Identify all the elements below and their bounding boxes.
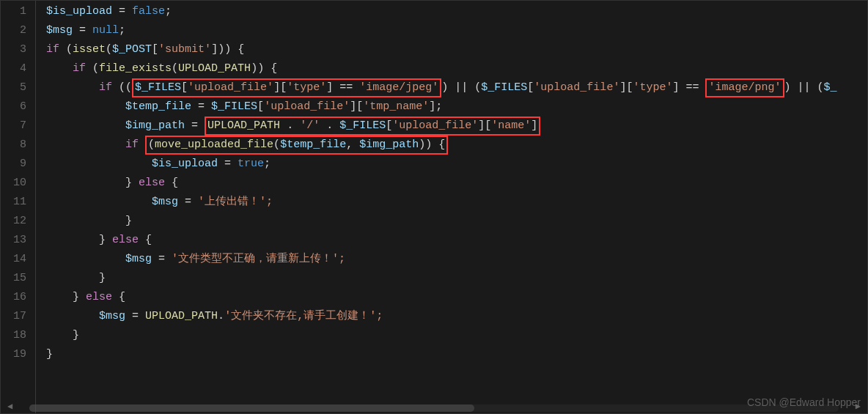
code-line: $msg = null; bbox=[46, 21, 837, 40]
string: '文件夹不存在,请手工创建！'; bbox=[224, 310, 383, 322]
brace-close: } bbox=[46, 348, 53, 361]
string: 'upload_file' bbox=[534, 81, 619, 94]
keyword-else: else bbox=[139, 177, 165, 189]
scrollbar-thumb[interactable] bbox=[29, 404, 474, 412]
code-line: $msg = '上传出错！'; bbox=[46, 193, 837, 212]
bracket: ]; bbox=[429, 100, 442, 113]
line-number: 16 bbox=[7, 288, 26, 307]
paren: ( bbox=[66, 43, 73, 56]
line-number: 14 bbox=[7, 250, 26, 269]
brace-close: } bbox=[73, 291, 79, 303]
code-line: } bbox=[46, 269, 837, 288]
keyword-if: if bbox=[125, 138, 139, 151]
line-number: 6 bbox=[7, 97, 26, 117]
operator-assign: = bbox=[158, 253, 165, 265]
operator-assign: = bbox=[119, 5, 125, 18]
paren: ( bbox=[172, 62, 178, 75]
semicolon: ; bbox=[264, 158, 271, 170]
horizontal-scrollbar[interactable] bbox=[29, 404, 839, 412]
bracket: [ bbox=[386, 119, 392, 132]
concat: . bbox=[287, 119, 293, 132]
brace-close: } bbox=[125, 215, 132, 227]
code-line: } else { bbox=[46, 231, 837, 250]
line-number: 12 bbox=[7, 212, 26, 231]
bracket: [ bbox=[527, 81, 534, 94]
code-line: } bbox=[46, 345, 837, 364]
scroll-left-icon[interactable]: ◀ bbox=[7, 401, 12, 412]
operator-assign: = bbox=[132, 310, 139, 322]
highlight-box: (move_uploaded_file($temp_file, $img_pat… bbox=[145, 136, 448, 155]
line-number: 17 bbox=[7, 307, 26, 326]
string: 'upload_file' bbox=[264, 100, 350, 113]
bracket: [ bbox=[181, 81, 188, 94]
paren: ) bbox=[441, 81, 448, 94]
constant: UPLOAD_PATH bbox=[145, 310, 218, 322]
bracket: ][ bbox=[619, 81, 633, 94]
variable: $_FILES bbox=[211, 100, 257, 113]
code-body[interactable]: $is_upload = false; $msg = null; if (iss… bbox=[36, 1, 837, 413]
null-literal: null bbox=[92, 24, 119, 37]
function-move-uploaded-file: move_uploaded_file bbox=[155, 138, 273, 151]
brace-close: } bbox=[73, 329, 79, 341]
concat: . bbox=[218, 310, 224, 322]
operator-or: || bbox=[798, 81, 811, 94]
code-line: if (($_FILES['upload_file']['type'] == '… bbox=[46, 78, 837, 97]
keyword-if: if bbox=[73, 62, 86, 75]
paren: ) bbox=[784, 81, 791, 94]
line-number: 18 bbox=[7, 326, 26, 345]
line-number: 3 bbox=[7, 40, 26, 59]
watermark-text: CSDN @Edward Hopper bbox=[747, 396, 861, 408]
bracket: ])) bbox=[211, 43, 231, 56]
bracket: [ bbox=[152, 43, 158, 56]
code-line: } else { bbox=[46, 174, 837, 193]
bracket: ] bbox=[326, 81, 333, 94]
code-line: $msg = '文件类型不正确，请重新上传！'; bbox=[46, 250, 837, 269]
operator-assign: = bbox=[224, 158, 231, 170]
code-line: if (move_uploaded_file($temp_file, $img_… bbox=[46, 136, 837, 155]
variable: $temp_file bbox=[125, 100, 191, 113]
string: 'submit' bbox=[158, 43, 211, 56]
code-line: } else { bbox=[46, 288, 837, 307]
string: 'name' bbox=[491, 119, 531, 132]
brace-open: { bbox=[238, 43, 244, 56]
keyword-if: if bbox=[46, 43, 59, 56]
paren: )) bbox=[251, 62, 264, 75]
semicolon: ; bbox=[165, 5, 172, 18]
line-number: 19 bbox=[7, 345, 26, 364]
semicolon: ; bbox=[119, 24, 125, 37]
line-number: 10 bbox=[7, 174, 26, 193]
string: '文件类型不正确，请重新上传！'; bbox=[172, 253, 345, 265]
brace-close: } bbox=[99, 272, 106, 284]
line-number: 1 bbox=[7, 2, 26, 21]
string: 'tmp_name' bbox=[363, 100, 429, 113]
bracket: ] bbox=[672, 81, 679, 94]
variable: $temp_file bbox=[280, 138, 346, 151]
line-number: 9 bbox=[7, 155, 26, 174]
line-number: 5 bbox=[7, 78, 26, 97]
variable: $is_upload bbox=[46, 5, 112, 18]
line-number-gutter: 1 2 3 4 5 6 7 8 9 10 11 12 13 14 15 16 1… bbox=[1, 1, 36, 413]
line-number: 15 bbox=[7, 269, 26, 288]
variable: $_POST bbox=[112, 43, 152, 56]
operator-assign: = bbox=[79, 24, 86, 37]
variable: $msg bbox=[125, 253, 152, 265]
line-number: 7 bbox=[7, 117, 26, 136]
highlight-box: 'image/png' bbox=[705, 78, 784, 97]
line-number: 13 bbox=[7, 231, 26, 250]
variable: $msg bbox=[152, 196, 178, 208]
brace-close: } bbox=[99, 234, 106, 246]
code-line: if (file_exists(UPLOAD_PATH)) { bbox=[46, 59, 837, 78]
variable: $_FILES bbox=[339, 119, 386, 132]
code-line: $is_upload = true; bbox=[46, 155, 837, 174]
variable: $msg bbox=[99, 310, 125, 322]
string: 'type' bbox=[287, 81, 326, 94]
brace-open: { bbox=[271, 62, 277, 75]
keyword-if: if bbox=[99, 81, 112, 94]
code-line: $msg = UPLOAD_PATH.'文件夹不存在,请手工创建！'; bbox=[46, 307, 837, 326]
keyword-else: else bbox=[86, 291, 112, 303]
string: 'upload_file' bbox=[188, 81, 273, 94]
string: '上传出错！'; bbox=[198, 196, 273, 208]
variable: $_FILES bbox=[481, 81, 527, 94]
line-number: 2 bbox=[7, 21, 26, 40]
variable: $_FILES bbox=[135, 81, 181, 94]
